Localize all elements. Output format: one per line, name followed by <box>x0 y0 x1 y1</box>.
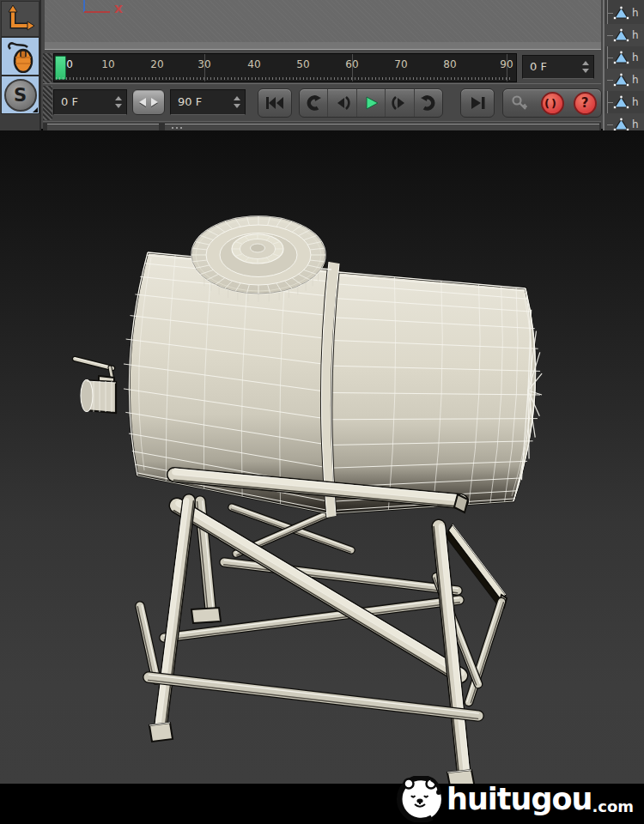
polygon-triangle-icon <box>613 118 629 131</box>
hierarchy-item[interactable]: h <box>605 2 644 24</box>
object-manager-panel: h h h h h h <box>603 0 644 130</box>
transport-drag-handle[interactable] <box>43 86 52 120</box>
s-tool-label: S <box>14 85 27 106</box>
frame-spinner[interactable] <box>582 61 590 73</box>
range-end-spinner[interactable] <box>234 96 241 108</box>
tank-nozzle <box>75 358 116 413</box>
range-start-spinner[interactable] <box>115 96 123 108</box>
tick-label-0: 0 <box>66 58 73 70</box>
help-glyph: ? <box>581 95 589 111</box>
watermark-brand: huitugou <box>447 782 592 816</box>
goto-end-button[interactable] <box>460 88 495 118</box>
tank-model <box>75 216 542 518</box>
step-right-icon <box>151 98 158 106</box>
prev-frame-icon <box>335 95 350 111</box>
tick-label-30: 30 <box>197 58 210 70</box>
bear-logo-icon <box>397 776 443 822</box>
polygon-triangle-icon <box>613 73 629 88</box>
record-glyph: () <box>544 97 558 110</box>
prev-frame-button[interactable] <box>328 89 356 117</box>
timeline-playhead[interactable] <box>55 56 66 80</box>
watermark-logo: huitugou .com <box>397 775 634 823</box>
record-icon: () <box>541 92 564 115</box>
row-separator-2 <box>43 121 601 122</box>
next-key-button[interactable] <box>415 89 442 117</box>
tank-wireframe-render <box>0 130 644 784</box>
lower-left-panel-top <box>47 124 159 130</box>
hierarchy-item[interactable]: h <box>605 46 644 69</box>
goto-end-icon <box>469 95 486 111</box>
polygon-triangle-icon <box>613 6 629 21</box>
polygon-triangle-icon <box>613 95 629 110</box>
next-frame-icon <box>392 95 407 111</box>
tick-label-50: 50 <box>296 58 309 70</box>
timeline-ruler[interactable]: 0 10 20 30 40 50 60 70 80 90 <box>53 53 517 82</box>
animation-toolbar-panel: X <box>0 0 644 130</box>
hierarchy-item-label: h <box>632 96 639 108</box>
s-coin-icon: S <box>4 79 37 112</box>
range-end-field[interactable]: 90 F <box>170 89 246 115</box>
viewport-strip[interactable]: X <box>45 0 601 50</box>
hierarchy-item[interactable]: h <box>605 91 644 113</box>
tick-label-40: 40 <box>247 58 260 70</box>
mouse-mode-button[interactable] <box>1 37 39 76</box>
range-end-value: 90 F <box>178 95 202 108</box>
current-frame-field[interactable]: 0 F <box>522 55 594 79</box>
ruler-tick-marks <box>56 77 513 80</box>
range-start-value: 0 F <box>61 95 78 108</box>
lower-panel-edge <box>43 123 601 130</box>
hierarchy-item-label: h <box>632 29 639 41</box>
key-icon <box>510 94 529 112</box>
lower-right-panel-top <box>165 124 599 130</box>
panel-grip-dots-icon <box>172 127 184 129</box>
help-icon: ? <box>574 92 597 115</box>
next-key-icon <box>420 95 437 111</box>
hierarchy-item[interactable]: h <box>605 69 644 91</box>
range-start-field[interactable]: 0 F <box>53 89 127 115</box>
timeline-drag-handle[interactable] <box>43 53 52 83</box>
prev-key-icon <box>305 95 322 111</box>
hierarchy-item-label: h <box>632 74 639 86</box>
tick-label-10: 10 <box>101 58 114 70</box>
watermark-tld: .com <box>592 797 635 815</box>
polygon-triangle-icon <box>613 51 629 65</box>
tick-label-20: 20 <box>150 58 163 70</box>
flyout-corner-icon <box>33 107 38 112</box>
viewport-bottom-edge <box>45 42 601 50</box>
playback-button-group <box>299 88 443 118</box>
play-icon <box>363 95 379 111</box>
record-button-group: () ? <box>502 88 602 118</box>
hierarchy-item-label: h <box>632 118 639 130</box>
play-button[interactable] <box>357 89 386 117</box>
hierarchy-item[interactable]: h <box>605 24 644 46</box>
tick-label-60: 60 <box>345 58 358 70</box>
record-button[interactable]: () <box>536 89 568 117</box>
axis-x-label: X <box>114 3 123 15</box>
goto-start-icon <box>265 95 284 111</box>
s-tool-button[interactable]: S <box>1 76 39 114</box>
step-left-icon <box>139 98 146 106</box>
prev-key-button[interactable] <box>300 89 328 117</box>
world-axis-gizmo: X <box>82 0 167 21</box>
key-button[interactable] <box>503 89 536 117</box>
tick-label-70: 70 <box>394 58 407 70</box>
next-frame-button[interactable] <box>386 89 414 117</box>
axis-tool-button[interactable] <box>1 1 39 37</box>
hierarchy-item-label: h <box>632 7 639 19</box>
render-preview-area <box>0 130 644 784</box>
row-separator <box>43 83 601 84</box>
axis-x-icon <box>84 11 110 13</box>
range-step-buttons[interactable] <box>132 89 165 115</box>
help-button[interactable]: ? <box>568 89 601 117</box>
hierarchy-item-label: h <box>632 52 639 64</box>
tick-label-80: 80 <box>443 58 456 70</box>
hierarchy-item[interactable]: h <box>605 113 644 130</box>
goto-start-button[interactable] <box>258 88 292 118</box>
polygon-triangle-icon <box>613 28 629 43</box>
current-frame-value: 0 F <box>530 60 547 73</box>
app-window: X <box>0 0 644 824</box>
axis-arrows-icon <box>6 4 35 33</box>
tick-label-90: 90 <box>500 58 513 70</box>
axis-z-icon <box>83 0 85 12</box>
left-tool-column: S <box>0 0 41 130</box>
